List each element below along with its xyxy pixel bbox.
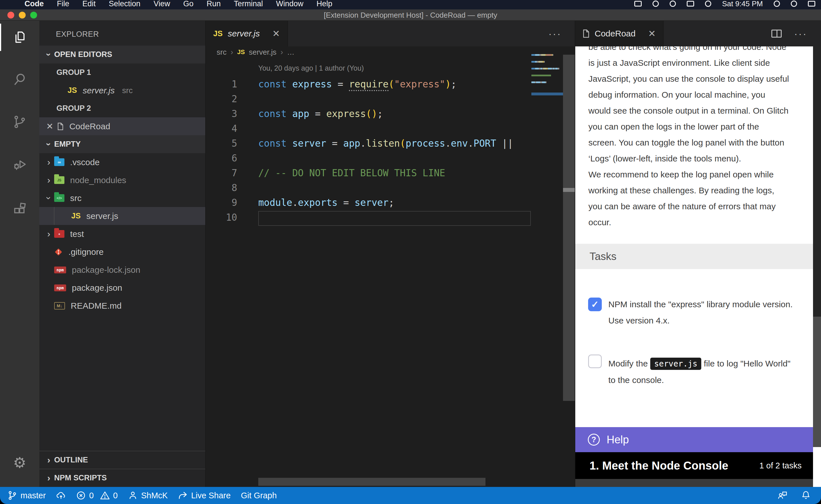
chevron-down-icon: › bbox=[44, 50, 54, 59]
tree-item-test[interactable]: ›●test bbox=[39, 225, 205, 243]
activity-bar-item-search[interactable] bbox=[0, 65, 39, 94]
wifi-icon[interactable] bbox=[705, 1, 711, 7]
tree-item-package-lock-json[interactable]: npmpackage-lock.json bbox=[39, 261, 205, 279]
close-tab-icon[interactable]: ✕ bbox=[648, 28, 656, 39]
explorer-sidebar: EXPLORER ›OPEN EDITORSGROUP 1JSserver.js… bbox=[39, 21, 205, 487]
js-icon: JS bbox=[71, 212, 81, 220]
code-line[interactable]: 5const server = app.listen(process.env.P… bbox=[206, 136, 575, 151]
code-line[interactable]: 6 bbox=[206, 151, 575, 165]
workspace-folder-header[interactable]: ›EMPTY bbox=[39, 135, 205, 153]
code-editor[interactable]: You, 20 days ago | 1 author (You) 1const… bbox=[206, 58, 575, 487]
status-item-cloud-upload-icon[interactable] bbox=[56, 491, 66, 500]
menu-help[interactable]: Help bbox=[317, 0, 332, 8]
tree-item-package-json[interactable]: npmpackage.json bbox=[39, 279, 205, 297]
menu-code[interactable]: Code bbox=[24, 0, 44, 8]
code-line[interactable]: 4 bbox=[206, 121, 575, 136]
menu-file[interactable]: File bbox=[57, 0, 70, 8]
tree-item-readme-md[interactable]: M↓README.md bbox=[39, 297, 205, 315]
tree-item-node-modules[interactable]: ›JSnode_modules bbox=[39, 171, 205, 189]
menu-go[interactable]: Go bbox=[183, 0, 193, 8]
menu-window[interactable]: Window bbox=[276, 0, 303, 8]
status-item-feedback[interactable] bbox=[778, 490, 788, 501]
activity-bar-item-files[interactable] bbox=[0, 22, 39, 52]
npm-icon: npm bbox=[54, 267, 66, 273]
time-machine-icon[interactable] bbox=[670, 1, 676, 7]
breadcrumb-item[interactable]: src bbox=[217, 48, 227, 57]
menu-selection[interactable]: Selection bbox=[109, 0, 140, 8]
tree-item-label: package-lock.json bbox=[72, 265, 140, 275]
status-bar: master00ShMcKLive ShareGit Graph bbox=[0, 487, 821, 504]
editor-vertical-scrollbar[interactable] bbox=[563, 55, 575, 401]
tree-item-src[interactable]: ›</>src bbox=[39, 189, 205, 207]
webview-scrollbar[interactable] bbox=[813, 46, 821, 487]
code-line[interactable]: 3const app = express(); bbox=[206, 106, 575, 121]
activity-bar-item-run-debug[interactable] bbox=[0, 149, 39, 179]
tree-item-server-js[interactable]: JSserver.js bbox=[39, 207, 205, 225]
menu-run[interactable]: Run bbox=[207, 0, 221, 8]
shield-icon[interactable] bbox=[653, 1, 659, 7]
tree-item--gitignore[interactable]: .gitignore bbox=[39, 243, 205, 261]
sidebar-section-outline[interactable]: ›OUTLINE bbox=[39, 451, 205, 469]
breadcrumb-item[interactable]: server.js bbox=[249, 48, 277, 57]
help-section[interactable]: ? Help bbox=[575, 427, 813, 452]
siri-icon[interactable] bbox=[791, 1, 797, 7]
open-editor-item-server-js[interactable]: JSserver.jssrc bbox=[39, 81, 205, 99]
activity-bar-item-source-control[interactable] bbox=[0, 107, 39, 137]
breadcrumb[interactable]: src›JSserver.js›… bbox=[206, 46, 575, 58]
code-line[interactable]: 9module.exports = server; bbox=[206, 195, 575, 210]
warnings-icon bbox=[100, 491, 110, 500]
tab-server-js[interactable]: JS server.js ✕ bbox=[206, 21, 288, 46]
line-number: 2 bbox=[206, 93, 237, 105]
sidebar-section-npm-scripts[interactable]: ›NPM SCRIPTS bbox=[39, 469, 205, 487]
battery-icon[interactable] bbox=[687, 1, 694, 7]
breadcrumb-item[interactable]: … bbox=[287, 48, 295, 57]
status-item-bell[interactable] bbox=[801, 490, 811, 501]
md-icon: M↓ bbox=[54, 302, 65, 310]
code-line[interactable]: 7// -- DO NOT EDIT BELOW THIS LINE bbox=[206, 165, 575, 180]
code-line[interactable]: 1const express = require("express"); bbox=[206, 77, 575, 91]
code-line[interactable]: 2 bbox=[206, 91, 575, 106]
chevron-down-icon: › bbox=[44, 194, 54, 202]
menu-terminal[interactable]: Terminal bbox=[234, 0, 263, 8]
tree-item--vscode[interactable]: ›∞.vscode bbox=[39, 153, 205, 171]
close-editor-icon[interactable]: ✕ bbox=[46, 121, 53, 131]
minimap-line bbox=[531, 81, 563, 83]
status-item-master[interactable]: master bbox=[7, 491, 46, 500]
editor-horizontal-scrollbar[interactable] bbox=[258, 478, 485, 486]
menubar-clock[interactable]: Sat 9:45 PM bbox=[722, 0, 763, 8]
editor-item-label: CodeRoad bbox=[69, 122, 110, 131]
status-item-live-share[interactable]: Live Share bbox=[178, 491, 231, 500]
minimap-line bbox=[531, 61, 563, 63]
status-item-shmck[interactable]: ShMcK bbox=[128, 491, 167, 500]
open-editors-header[interactable]: ›OPEN EDITORS bbox=[39, 46, 205, 63]
task-progress-badge: 1 of 2 tasks bbox=[759, 461, 802, 470]
current-line-highlight bbox=[258, 211, 531, 226]
control-center-icon[interactable] bbox=[808, 1, 815, 7]
menu-view[interactable]: View bbox=[154, 0, 170, 8]
close-tab-icon[interactable]: ✕ bbox=[272, 28, 280, 39]
code-line[interactable]: 8 bbox=[206, 180, 575, 195]
split-editor-icon[interactable] bbox=[771, 30, 782, 38]
task-text: Modify the server.js file to log "Hello … bbox=[608, 355, 797, 388]
more-actions-icon[interactable]: ··· bbox=[794, 28, 807, 39]
vscode-folder-icon: ∞ bbox=[54, 158, 64, 166]
tab-label: CodeRoad bbox=[595, 29, 636, 38]
breadcrumb-separator-icon: › bbox=[281, 48, 283, 57]
checkbox-checked[interactable]: ✓ bbox=[588, 298, 602, 311]
search-spotlight-icon[interactable] bbox=[774, 1, 780, 7]
display-icon[interactable] bbox=[634, 1, 642, 7]
menu-edit[interactable]: Edit bbox=[82, 0, 96, 8]
tab-coderoad[interactable]: CodeRoad ✕ bbox=[575, 21, 664, 46]
scrollbar-thumb[interactable] bbox=[563, 188, 575, 192]
gitlens-annotation[interactable]: You, 20 days ago | 1 author (You) bbox=[258, 64, 364, 72]
status-item-label: master bbox=[21, 491, 46, 500]
status-item-0[interactable]: 0 bbox=[100, 491, 118, 500]
open-editor-item-coderoad[interactable]: ✕CodeRoad bbox=[39, 117, 205, 135]
minimap[interactable] bbox=[531, 46, 563, 160]
status-item-git-graph[interactable]: Git Graph bbox=[241, 491, 277, 500]
settings-gear-icon[interactable]: ⚙ bbox=[0, 454, 39, 471]
activity-bar-item-extensions[interactable] bbox=[0, 193, 39, 223]
status-item-0[interactable]: 0 bbox=[76, 491, 94, 500]
checkbox-unchecked[interactable] bbox=[588, 355, 602, 368]
more-actions-icon[interactable]: ··· bbox=[548, 28, 561, 39]
